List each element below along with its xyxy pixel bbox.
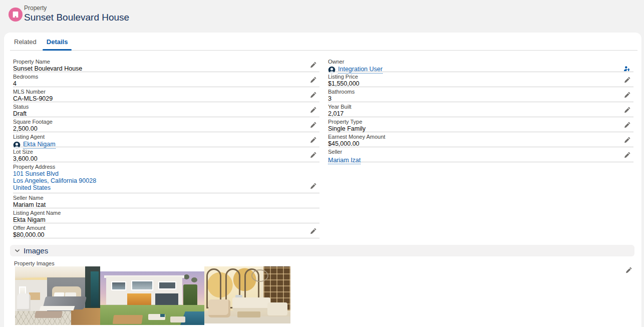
field-label: Status — [13, 104, 319, 110]
field-value: Sunset Boulevard House — [13, 65, 319, 73]
edit-bathrooms-button[interactable] — [622, 90, 631, 99]
field-value: $80,000.00 — [13, 231, 319, 239]
field-row-year-built: Year Built2,017 — [328, 102, 633, 117]
field-label: Listing Agent Name — [13, 210, 319, 216]
property-image-house-exterior[interactable] — [100, 271, 204, 325]
field-value: 2,017 — [328, 110, 633, 118]
field-label: Square Footage — [13, 119, 319, 125]
field-row-earnest-money-amount: Earnest Money Amount$45,000.00 — [328, 132, 633, 147]
field-row-seller: SellerMariam Izat — [328, 147, 633, 162]
field-row-property-address: Property Address101 Sunset BlvdLos Angel… — [13, 162, 319, 193]
field-value: $45,000.00 — [328, 140, 633, 148]
edit-property-address-button[interactable] — [308, 181, 317, 190]
edit-listing-price-button[interactable] — [622, 75, 631, 84]
edit-property-name-button[interactable] — [308, 60, 317, 69]
field-row-lot-size: Lot Size3,600.00 — [13, 147, 319, 162]
edit-property-type-button[interactable] — [622, 120, 631, 129]
field-row-bedrooms: Bedrooms4 — [13, 72, 319, 87]
field-label: Property Name — [13, 59, 319, 65]
edit-square-footage-button[interactable] — [308, 120, 317, 129]
field-label: Seller — [328, 149, 633, 155]
field-label: Earnest Money Amount — [328, 134, 633, 140]
edit-bedrooms-button[interactable] — [308, 75, 317, 84]
property-image-living-room[interactable] — [204, 266, 290, 323]
field-row-status: StatusDraft — [13, 102, 319, 117]
record-detail-card: Related Details Property NameSunset Boul… — [4, 33, 641, 327]
field-label: Owner — [328, 59, 633, 65]
field-label: Lot Size — [13, 149, 319, 155]
field-label: Offer Amount — [13, 225, 319, 231]
record-header: Property Sunset Boulevard House — [0, 0, 644, 30]
details-left-column: Property NameSunset Boulevard HouseBedro… — [13, 57, 319, 238]
field-row-property-type: Property TypeSingle Family — [328, 117, 633, 132]
object-label: Property — [24, 5, 47, 12]
property-object-icon — [9, 8, 23, 22]
page-title: Sunset Boulevard House — [24, 12, 129, 23]
field-value: Mariam Izat — [13, 201, 319, 209]
tab-bar: Related Details — [4, 33, 641, 51]
edit-listing-agent-button[interactable] — [308, 135, 317, 144]
field-row-listing-agent: Listing AgentEkta Nigam — [13, 132, 319, 147]
property-images-label: Property Images — [14, 260, 55, 266]
field-value: Draft — [13, 110, 319, 118]
field-label: Listing Price — [328, 74, 633, 80]
field-label: Bedrooms — [13, 74, 319, 80]
edit-offer-amount-button[interactable] — [308, 226, 317, 235]
tab-related[interactable]: Related — [10, 33, 41, 51]
field-label: Property Address — [13, 164, 319, 170]
address-line-link[interactable]: 101 Sunset Blvd — [13, 171, 319, 177]
edit-seller-button[interactable] — [622, 150, 631, 159]
images-section-header[interactable]: Images — [10, 245, 634, 256]
field-label: Year Built — [328, 104, 633, 110]
field-value: Ekta Nigam — [13, 216, 319, 224]
field-label: Property Type — [328, 119, 633, 125]
details-right-column: OwnerIntegration UserListing Price$1,550… — [328, 57, 633, 162]
edit-mls-number-button[interactable] — [308, 90, 317, 99]
field-row-square-footage: Square Footage2,500.00 — [13, 117, 319, 132]
address-value: 101 Sunset BlvdLos Angeles, California 9… — [13, 170, 319, 191]
edit-lot-size-button[interactable] — [308, 150, 317, 159]
field-value: 3,600.00 — [13, 155, 319, 163]
field-value: 2,500.00 — [13, 125, 319, 133]
field-row-seller-name: Seller NameMariam Izat — [13, 193, 319, 208]
field-value: Single Family — [328, 125, 633, 133]
field-row-bathrooms: Bathrooms3 — [328, 87, 633, 102]
field-value: 4 — [13, 80, 319, 88]
edit-status-button[interactable] — [308, 105, 317, 114]
address-line-link[interactable]: United States — [13, 185, 319, 191]
field-row-offer-amount: Offer Amount$80,000.00 — [13, 223, 319, 238]
seller-link[interactable]: Mariam Izat — [328, 157, 361, 164]
address-line-link[interactable]: Los Angeles, California 90028 — [13, 178, 319, 184]
property-record-page: Property Sunset Boulevard House Related … — [0, 0, 644, 327]
field-row-listing-price: Listing Price$1,550,000 — [328, 72, 633, 87]
field-row-owner: OwnerIntegration User — [328, 57, 633, 72]
field-value: $1,550,000 — [328, 80, 633, 88]
property-images-row — [15, 266, 290, 325]
field-row-property-name: Property NameSunset Boulevard House — [13, 57, 319, 72]
field-value: 3 — [328, 95, 633, 103]
field-row-mls-number: MLS NumberCA-MLS-9029 — [13, 87, 319, 102]
field-value: CA-MLS-9029 — [13, 95, 319, 103]
edit-year-built-button[interactable] — [622, 105, 631, 114]
chevron-down-icon — [14, 247, 21, 254]
field-label: Listing Agent — [13, 134, 319, 140]
tab-details[interactable]: Details — [43, 33, 72, 51]
edit-earnest-money-amount-button[interactable] — [622, 135, 631, 144]
images-section-title: Images — [24, 246, 48, 255]
property-image-bedroom[interactable] — [15, 266, 100, 325]
field-label: Seller Name — [13, 195, 319, 201]
edit-property-images-button[interactable] — [624, 265, 633, 274]
field-label: Bathrooms — [328, 89, 633, 95]
field-label: MLS Number — [13, 89, 319, 95]
field-row-listing-agent-name: Listing Agent NameEkta Nigam — [13, 208, 319, 223]
